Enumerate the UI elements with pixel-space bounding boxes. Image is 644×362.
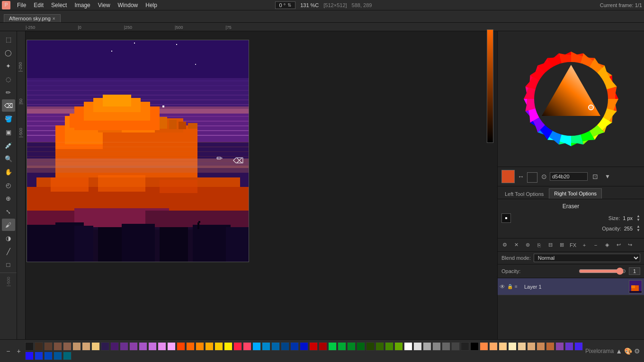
palette-color-15[interactable]: [167, 342, 176, 351]
shape-tool-btn[interactable]: □: [2, 258, 15, 271]
palette-color-36[interactable]: [366, 342, 375, 351]
palette-color-39[interactable]: [394, 342, 403, 351]
palette-color-21[interactable]: [224, 342, 233, 351]
palette-color-55[interactable]: [546, 342, 555, 351]
palette-color-52[interactable]: [518, 342, 526, 351]
bg-color-swatch[interactable]: [527, 172, 537, 183]
palette-color-60[interactable]: [35, 352, 43, 360]
palette-color-34[interactable]: [347, 342, 356, 351]
layer-item[interactable]: 👁 🔒 ≡ Layer 1: [498, 278, 644, 295]
paint-bucket-btn[interactable]: 🪣: [2, 113, 15, 125]
pan-tool-btn[interactable]: ✋: [2, 166, 15, 178]
palette-color-57[interactable]: [565, 342, 573, 351]
pixel-art-canvas[interactable]: ✏ ⌫: [27, 40, 249, 262]
palette-color-46[interactable]: [461, 342, 469, 351]
menu-select[interactable]: Select: [47, 1, 71, 9]
palette-color-30[interactable]: [309, 342, 318, 351]
palette-color-20[interactable]: [215, 342, 223, 351]
menu-view[interactable]: View: [94, 1, 114, 9]
menu-image[interactable]: Image: [71, 1, 94, 9]
palette-color-50[interactable]: [499, 342, 507, 351]
layer-visibility-btn[interactable]: 👁: [500, 283, 505, 290]
eyedropper-btn[interactable]: 💉: [2, 139, 15, 151]
layer-redo-btn[interactable]: ↪: [625, 240, 635, 250]
palette-color-33[interactable]: [338, 342, 346, 351]
rotation-arrows[interactable]: ⇅: [287, 2, 291, 8]
fill-tool-btn[interactable]: ▣: [2, 126, 15, 138]
palette-color-9[interactable]: [110, 342, 119, 351]
palette-color-53[interactable]: [527, 342, 536, 351]
resize-tool-btn[interactable]: ⤡: [2, 205, 15, 218]
layer-undo-btn[interactable]: ↩: [613, 240, 624, 250]
palette-plus-btn[interactable]: +: [14, 346, 23, 356]
palette-color-54[interactable]: [537, 342, 545, 351]
color-picker-mini-btn[interactable]: ⊙: [541, 173, 547, 180]
layer-merge-btn[interactable]: ⊞: [556, 240, 567, 250]
eraser-tool-btn[interactable]: ⌫: [2, 99, 15, 112]
palette-color-48[interactable]: [480, 342, 488, 351]
color-picker-btn[interactable]: ◴: [2, 179, 15, 191]
palette-color-61[interactable]: [44, 352, 53, 360]
fg-color-swatch[interactable]: [501, 170, 515, 183]
color-options-btn[interactable]: ⊡: [590, 172, 600, 181]
palette-color-12[interactable]: [139, 342, 147, 351]
palette-color-49[interactable]: [489, 342, 498, 351]
palette-color-28[interactable]: [290, 342, 299, 351]
palette-color-37[interactable]: [376, 342, 384, 351]
color-expand-btn[interactable]: ▼: [603, 173, 612, 180]
palette-color-4[interactable]: [63, 342, 72, 351]
menu-window[interactable]: Window: [114, 1, 142, 9]
palette-color-23[interactable]: [243, 342, 251, 351]
palette-color-45[interactable]: [451, 342, 460, 351]
blend-mode-select[interactable]: Normal: [534, 254, 640, 262]
layer-settings-btn[interactable]: ⚙: [500, 240, 510, 250]
select-rect-tool[interactable]: ⬚: [2, 33, 15, 45]
palette-color-41[interactable]: [413, 342, 422, 351]
palette-color-43[interactable]: [432, 342, 441, 351]
palette-color-8[interactable]: [101, 342, 109, 351]
menu-edit[interactable]: Edit: [30, 1, 47, 9]
palette-color-6[interactable]: [82, 342, 90, 351]
palette-minus-btn[interactable]: −: [4, 346, 12, 356]
menu-file[interactable]: File: [13, 1, 30, 9]
palette-color-38[interactable]: [385, 342, 394, 351]
select-ellipse-tool[interactable]: ◯: [2, 46, 15, 59]
palette-color-42[interactable]: [423, 342, 431, 351]
palette-color-59[interactable]: [25, 352, 34, 360]
size-spinbox[interactable]: ▲ ▼: [636, 214, 640, 222]
palette-color-19[interactable]: [205, 342, 214, 351]
layer-fx-btn[interactable]: FX: [568, 240, 578, 250]
layer-remove-btn[interactable]: −: [590, 240, 601, 250]
layer-paintbucket-btn[interactable]: ◈: [602, 240, 612, 250]
palette-color-51[interactable]: [508, 342, 517, 351]
palette-color-11[interactable]: [129, 342, 138, 351]
canvas-area[interactable]: |-250 |50 |-500: [17, 31, 497, 339]
layer-ref-btn[interactable]: ⊟: [545, 240, 555, 250]
palette-color-63[interactable]: [63, 352, 72, 360]
palette-color-0[interactable]: [25, 342, 34, 351]
palette-color-18[interactable]: [196, 342, 204, 351]
palette-color-26[interactable]: [271, 342, 280, 351]
palette-color-13[interactable]: [148, 342, 157, 351]
magic-wand-tool[interactable]: ✦: [2, 60, 15, 72]
file-tab[interactable]: Afternoon sky.png ×: [4, 14, 61, 22]
palette-color-58[interactable]: [574, 342, 583, 351]
palette-color-44[interactable]: [442, 342, 450, 351]
layer-add-btn[interactable]: +: [579, 240, 590, 250]
layer-lock-btn[interactable]: 🔒: [507, 284, 513, 289]
tab-close-btn[interactable]: ×: [53, 16, 55, 21]
crop-tool-btn[interactable]: ⊕: [2, 192, 15, 204]
hex-input[interactable]: [550, 172, 588, 181]
brightness-bar[interactable]: [487, 31, 493, 143]
palette-color-2[interactable]: [44, 342, 53, 351]
layer-copy-btn[interactable]: ⎘: [534, 240, 544, 250]
swap-colors-btn[interactable]: ↔: [518, 173, 524, 180]
left-tool-options-tab[interactable]: Left Tool Options: [500, 188, 549, 199]
palette-color-62[interactable]: [54, 352, 62, 360]
opacity-down-btn[interactable]: ▼: [636, 229, 640, 232]
lasso-tool[interactable]: ◌: [2, 73, 15, 85]
zoom-tool-btn[interactable]: 🔍: [2, 152, 15, 165]
palette-color-16[interactable]: [177, 342, 185, 351]
layer-x-btn[interactable]: ✕: [511, 240, 521, 250]
palette-color-1[interactable]: [35, 342, 43, 351]
